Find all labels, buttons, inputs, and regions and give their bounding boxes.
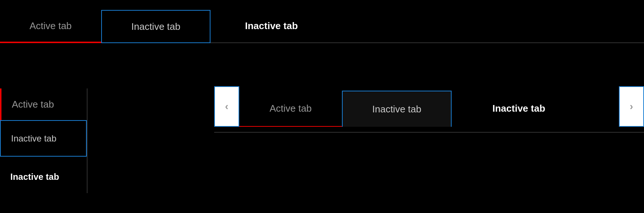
left-tab-bar: Active tab Inactive tab Inactive tab — [0, 88, 88, 193]
scroll-right-button[interactable]: › — [619, 86, 644, 127]
scroll-tabs-inner: Active tab Inactive tab Inactive tab — [239, 86, 644, 127]
scroll-tab-inactive[interactable]: Inactive tab — [452, 90, 586, 127]
left-tab-focused[interactable]: Inactive tab — [0, 120, 87, 157]
left-tab-active[interactable]: Active tab — [0, 88, 87, 120]
scroll-tab-active[interactable]: Active tab — [239, 91, 342, 127]
left-tab-inactive[interactable]: Inactive tab — [0, 157, 87, 193]
scroll-tab-inactive-label: Inactive tab — [492, 103, 545, 114]
top-tab-active[interactable]: Active tab — [0, 10, 101, 43]
left-tab-focused-label: Inactive tab — [11, 133, 56, 144]
scroll-tab-active-label: Active tab — [270, 103, 312, 114]
top-tab-focused-label: Inactive tab — [131, 21, 181, 32]
left-arrow-icon: ‹ — [225, 101, 228, 112]
top-tab-inactive-label: Inactive tab — [245, 20, 298, 32]
top-tab-bar: Active tab Inactive tab Inactive tab — [0, 0, 644, 43]
scroll-tab-focused-label: Inactive tab — [372, 104, 421, 115]
left-tab-inactive-label: Inactive tab — [10, 172, 59, 182]
scroll-tab-container: ‹ Active tab Inactive tab Inactive tab › — [214, 81, 644, 133]
left-tab-active-label: Active tab — [12, 99, 54, 110]
top-tab-active-label: Active tab — [30, 20, 72, 32]
scroll-tab-focused[interactable]: Inactive tab — [342, 91, 452, 127]
right-arrow-icon: › — [630, 101, 633, 112]
top-tab-inactive[interactable]: Inactive tab — [210, 9, 321, 42]
scroll-left-button[interactable]: ‹ — [214, 86, 239, 127]
top-tab-focused[interactable]: Inactive tab — [101, 10, 210, 43]
